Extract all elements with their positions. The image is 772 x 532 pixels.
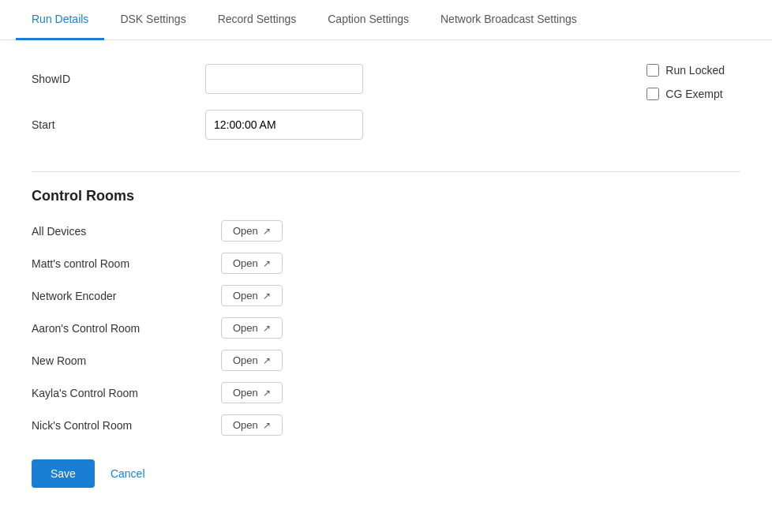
room-name: All Devices bbox=[32, 225, 221, 238]
control-rooms-list: All DevicesOpen↗Matt's control RoomOpen↗… bbox=[32, 220, 740, 436]
room-name: Nick's Control Room bbox=[32, 419, 221, 432]
tab-run-details[interactable]: Run Details bbox=[16, 0, 104, 40]
run-locked-checkbox-row[interactable]: Run Locked bbox=[646, 64, 725, 77]
external-link-icon: ↗ bbox=[263, 290, 271, 302]
show-id-row: ShowID bbox=[32, 64, 646, 94]
external-link-icon: ↗ bbox=[263, 323, 271, 334]
control-room-row: Nick's Control RoomOpen↗ bbox=[32, 414, 740, 436]
open-room-button[interactable]: Open↗ bbox=[221, 220, 283, 242]
section-divider bbox=[32, 171, 740, 172]
run-locked-checkbox[interactable] bbox=[646, 64, 659, 77]
control-room-row: All DevicesOpen↗ bbox=[32, 220, 740, 242]
open-room-button[interactable]: Open↗ bbox=[221, 253, 283, 274]
start-label: Start bbox=[32, 118, 205, 131]
cg-exempt-checkbox[interactable] bbox=[646, 88, 659, 100]
main-content: ShowID Start Run Locked CG Exempt Contro… bbox=[0, 40, 772, 511]
control-room-row: Network EncoderOpen↗ bbox=[32, 285, 740, 306]
control-rooms-title: Control Rooms bbox=[32, 188, 740, 204]
cg-exempt-checkbox-row[interactable]: CG Exempt bbox=[646, 88, 725, 100]
control-room-row: Aaron's Control RoomOpen↗ bbox=[32, 317, 740, 339]
open-button-label: Open bbox=[233, 257, 258, 269]
checkboxes-section: Run Locked CG Exempt bbox=[646, 64, 740, 100]
show-id-input[interactable] bbox=[205, 64, 363, 94]
run-locked-label: Run Locked bbox=[665, 64, 725, 77]
start-input[interactable] bbox=[205, 110, 363, 140]
open-button-label: Open bbox=[233, 322, 258, 334]
open-button-label: Open bbox=[233, 419, 258, 431]
show-id-label: ShowID bbox=[32, 73, 205, 85]
open-room-button[interactable]: Open↗ bbox=[221, 317, 283, 339]
control-room-row: Kayla's Control RoomOpen↗ bbox=[32, 382, 740, 403]
room-name: New Room bbox=[32, 354, 221, 367]
open-button-label: Open bbox=[233, 290, 258, 302]
actions-bar: Save Cancel bbox=[32, 459, 740, 488]
open-button-label: Open bbox=[233, 387, 258, 399]
open-room-button[interactable]: Open↗ bbox=[221, 350, 283, 371]
open-room-button[interactable]: Open↗ bbox=[221, 382, 283, 403]
save-button[interactable]: Save bbox=[32, 459, 95, 488]
form-fields: ShowID Start bbox=[32, 64, 646, 155]
external-link-icon: ↗ bbox=[263, 420, 271, 431]
open-button-label: Open bbox=[233, 354, 258, 366]
control-room-row: New RoomOpen↗ bbox=[32, 350, 740, 371]
tab-caption-settings[interactable]: Caption Settings bbox=[312, 0, 425, 40]
room-name: Aaron's Control Room bbox=[32, 322, 221, 335]
tab-network-broadcast-settings[interactable]: Network Broadcast Settings bbox=[425, 0, 593, 40]
open-button-label: Open bbox=[233, 225, 258, 237]
external-link-icon: ↗ bbox=[263, 258, 271, 269]
start-row: Start bbox=[32, 110, 646, 140]
external-link-icon: ↗ bbox=[263, 388, 271, 399]
control-room-row: Matt's control RoomOpen↗ bbox=[32, 253, 740, 274]
tab-dsk-settings[interactable]: DSK Settings bbox=[104, 0, 201, 40]
external-link-icon: ↗ bbox=[263, 355, 271, 366]
open-room-button[interactable]: Open↗ bbox=[221, 414, 283, 436]
room-name: Matt's control Room bbox=[32, 257, 221, 270]
tab-bar: Run Details DSK Settings Record Settings… bbox=[0, 0, 772, 40]
room-name: Network Encoder bbox=[32, 290, 221, 302]
top-section: ShowID Start Run Locked CG Exempt bbox=[32, 64, 740, 155]
cg-exempt-label: CG Exempt bbox=[665, 88, 722, 100]
tab-record-settings[interactable]: Record Settings bbox=[202, 0, 313, 40]
room-name: Kayla's Control Room bbox=[32, 387, 221, 399]
external-link-icon: ↗ bbox=[263, 226, 271, 237]
cancel-button[interactable]: Cancel bbox=[107, 459, 148, 488]
open-room-button[interactable]: Open↗ bbox=[221, 285, 283, 306]
